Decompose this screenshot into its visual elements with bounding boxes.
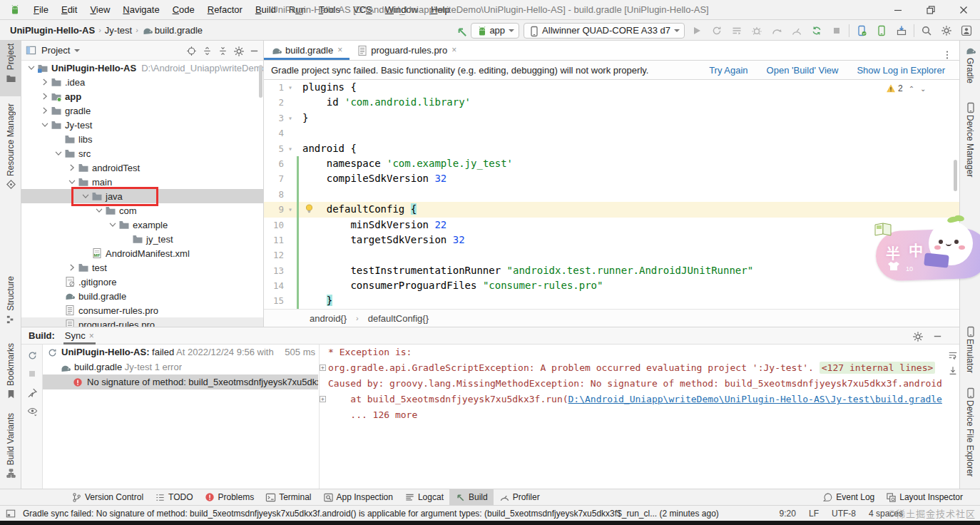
chevron-down-icon[interactable] [107, 219, 118, 230]
play-button[interactable] [689, 23, 705, 39]
chevron-right-icon[interactable] [39, 91, 51, 102]
project-panel-title[interactable]: Project [41, 45, 70, 56]
tree-item-src[interactable]: src [21, 146, 263, 160]
scroll-to-end-icon[interactable] [948, 366, 958, 376]
fold-marker-icon[interactable]: ▾ [288, 80, 292, 95]
expand-icon[interactable]: + [320, 365, 326, 371]
attach-profiler-button[interactable] [769, 23, 785, 39]
build-tab-sync[interactable]: Sync × [65, 327, 94, 345]
close-icon[interactable]: × [451, 45, 456, 55]
hide-icon[interactable] [932, 331, 942, 341]
tree-item-AndroidManifestxml[interactable]: MFAndroidManifest.xml [21, 246, 263, 260]
close-button[interactable] [947, 0, 980, 20]
menu-item-code[interactable]: Code [166, 0, 201, 20]
tree-item-libs[interactable]: libs [21, 132, 263, 146]
tool-window-button-logcat[interactable]: Logcat [399, 489, 449, 506]
tool-window-button-build[interactable]: Build [449, 489, 494, 506]
menu-item-refactor[interactable]: Refactor [201, 0, 249, 20]
fold-marker-icon[interactable]: ▾ [288, 141, 292, 156]
minimize-button[interactable] [882, 0, 914, 20]
tree-item-jy_test[interactable]: jy_test [21, 232, 263, 246]
fold-marker-icon[interactable]: ▾ [288, 202, 292, 217]
build-console-output[interactable]: * Exception is:+org.gradle.api.GradleScr… [319, 345, 949, 489]
tool-window-button-event-log[interactable]: Event Log [817, 489, 880, 506]
tool-window-button-layout-inspector[interactable]: Layout Inspector [880, 489, 969, 506]
device-selector[interactable]: Allwinner QUAD-CORE A33 d7 [524, 23, 685, 39]
restore-button[interactable] [914, 0, 947, 20]
sdk-manager-button[interactable] [894, 23, 909, 39]
build-tree-row-3[interactable]: No signature of method: build_5xeotmsdnf… [43, 374, 318, 389]
tree-item-consumer-rulespro[interactable]: consumer-rules.pro [21, 303, 263, 317]
tree-item-main[interactable]: main [21, 175, 263, 189]
settings-icon[interactable] [233, 46, 243, 56]
tab-proguard-rulespro[interactable]: proguard-rules.pro× [349, 40, 464, 60]
code-editor[interactable]: 1▾plugins {2 id 'com.android.library'3▾}… [264, 80, 959, 309]
banner-action-1[interactable]: Try Again [709, 65, 747, 76]
tab-options-icon[interactable] [935, 50, 959, 60]
tree-item-idea[interactable]: .idea [21, 75, 263, 89]
chevron-down-icon[interactable] [26, 62, 37, 73]
tree-item-gradle[interactable]: gradle [21, 103, 263, 118]
breadcrumb-item-2[interactable]: Jy-test [105, 25, 132, 36]
build-list-button[interactable] [729, 23, 745, 39]
expand-icon[interactable]: + [320, 396, 326, 402]
pin-icon[interactable] [27, 387, 37, 397]
tool-window-button-profiler[interactable]: Profiler [494, 489, 546, 506]
tool-strip-emulator[interactable]: Emulator [960, 323, 980, 382]
back-arrow-icon[interactable] [455, 25, 466, 36]
menu-item-view[interactable]: View [83, 0, 116, 20]
indent-setting[interactable]: 4 spaces [869, 509, 903, 519]
project-scrollbar[interactable] [259, 65, 262, 98]
chevron-down-icon[interactable] [39, 119, 51, 131]
tool-strip-bookmarks[interactable]: Bookmarks [0, 340, 21, 406]
chevron-down-icon[interactable] [80, 190, 91, 202]
next-warning-chevron-icon[interactable]: ⌄ [920, 85, 926, 93]
tool-window-toggle-icon[interactable] [6, 509, 16, 519]
avd-manager-button[interactable] [874, 23, 889, 39]
tool-strip-device-manager[interactable]: Device Manager [960, 99, 980, 183]
tree-item-gitignore[interactable]: .gitignore [21, 275, 263, 289]
editor-breadcrumb-item[interactable]: android{} [310, 313, 347, 324]
console-file-link[interactable]: D:\Android_Uniapp\writeDemo\UniPlugin-He… [568, 394, 942, 404]
debug-button[interactable] [749, 23, 765, 39]
device-manager-button[interactable] [854, 23, 869, 39]
tree-item-app[interactable]: app [21, 89, 263, 103]
fold-marker-icon[interactable]: ▾ [288, 111, 292, 126]
tool-strip-project[interactable]: Project [0, 41, 21, 96]
tree-item-proguard-rulespro[interactable]: proguard-rules.pro [21, 317, 263, 327]
expand-all-icon[interactable] [202, 46, 212, 56]
tool-strip-resource-manager[interactable]: Resource Manager [0, 101, 21, 199]
profile-avatar-button[interactable] [959, 23, 974, 39]
chevron-right-icon[interactable] [66, 162, 78, 173]
build-tree-row-1[interactable]: UniPlugin-Hello-AS: failed At 2022/12/24… [43, 345, 318, 360]
chevron-down-icon[interactable] [66, 176, 78, 188]
tree-item-Jy-test[interactable]: Jy-test [21, 118, 263, 132]
editor-scrollbar[interactable] [953, 80, 959, 309]
prev-warning-chevron-icon[interactable]: ⌃ [909, 85, 914, 93]
refresh-icon[interactable] [27, 350, 37, 360]
banner-action-2[interactable]: Open 'Build' View [767, 65, 839, 76]
tree-item-androidTest[interactable]: androidTest [21, 160, 263, 175]
tree-item-buildgradle[interactable]: build.gradle [21, 289, 263, 303]
chevron-right-icon[interactable] [39, 76, 51, 88]
line-ending[interactable]: LF [809, 509, 819, 519]
search-button[interactable] [919, 23, 934, 39]
hide-icon[interactable] [249, 46, 259, 56]
tree-item-java[interactable]: java [21, 189, 263, 203]
chevron-right-icon[interactable] [39, 105, 51, 116]
tool-strip-gradle[interactable]: Gradle [960, 42, 980, 96]
tree-item-com[interactable]: com [21, 203, 263, 218]
build-tree-row-2[interactable]: build.gradle Jy-test 1 error [43, 360, 318, 374]
settings-button[interactable] [939, 23, 954, 39]
file-encoding[interactable]: UTF-8 [832, 509, 856, 519]
chevron-right-icon[interactable] [66, 262, 78, 273]
tree-item-test[interactable]: test [21, 260, 263, 275]
settings-icon[interactable] [912, 331, 922, 341]
sync-project-button[interactable] [809, 23, 825, 39]
stop-button[interactable] [829, 23, 844, 39]
tool-strip-structure[interactable]: Structure [0, 273, 21, 336]
close-icon[interactable]: × [337, 45, 342, 55]
tool-strip-device-file-explorer[interactable]: Device File Explorer [960, 384, 980, 490]
tool-window-button-version-control[interactable]: Version Control [66, 489, 149, 506]
rerun-button[interactable] [709, 23, 725, 39]
